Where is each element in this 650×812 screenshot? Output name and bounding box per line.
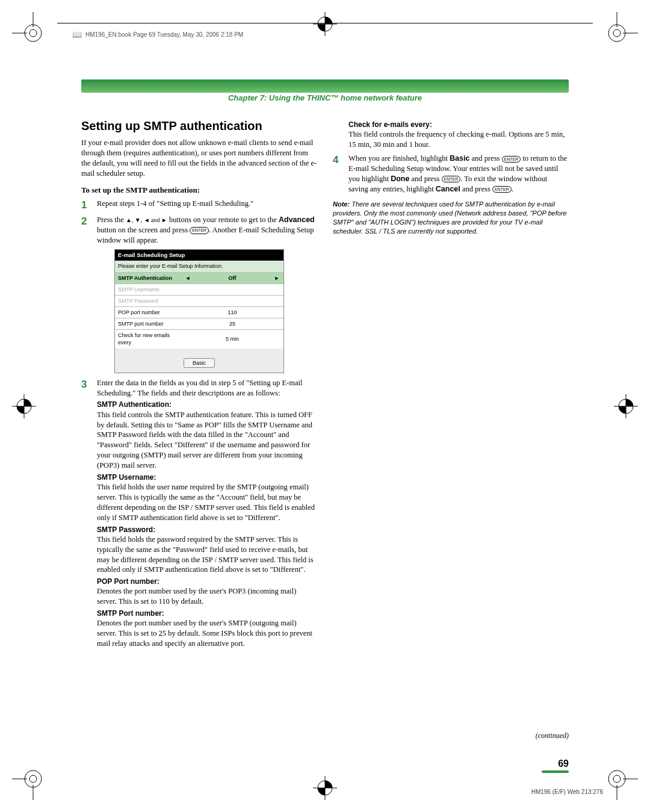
step-body: When you are finished, highlight Basic a… (348, 153, 569, 194)
right-arrow-icon: ► (270, 272, 283, 284)
left-arrow-icon: ◄ (181, 272, 194, 284)
field-description: Denotes the port number used by the user… (97, 586, 317, 607)
step-4: 4 When you are finished, highlight Basic… (333, 153, 569, 194)
field-description: This field holds the user name required … (97, 482, 317, 523)
field-description: This field controls the SMTP authenticat… (97, 410, 317, 471)
basic-label: Basic (450, 154, 469, 163)
registration-mark-icon (614, 394, 638, 418)
field-heading: SMTP Password: (97, 525, 317, 535)
field-heading: SMTP Port number: (97, 609, 317, 618)
enter-button-icon: ENTER (492, 186, 512, 193)
page-bar (542, 770, 569, 773)
doc-code: HM196 (E/F) Web 213:276 (531, 789, 603, 795)
table-row: SMTP Username (115, 284, 283, 295)
step-1: 1 Repeat steps 1-4 of "Setting up E-mail… (81, 199, 317, 212)
field-heading: SMTP Username: (97, 473, 317, 482)
table-row: POP port number110 (115, 306, 283, 318)
svg-point-14 (608, 770, 625, 787)
step-number: 2 (81, 215, 91, 246)
note-label: Note: (333, 200, 350, 208)
svg-point-7 (613, 29, 621, 37)
dialog-button-row: Basic (115, 349, 283, 373)
dialog-table: SMTP Authentication ◄ Off ► SMTP Usernam… (115, 272, 283, 349)
table-row: SMTP Password (115, 295, 283, 306)
chapter-title: Chapter 7: Using the THINC™ home network… (81, 93, 569, 102)
field-value: 110 (181, 306, 283, 318)
step-number: 3 (81, 378, 91, 650)
done-label: Done (391, 175, 409, 183)
continued-label: (continued) (81, 731, 569, 740)
field-value: Off (194, 272, 270, 284)
registration-mark-icon (313, 776, 337, 800)
field-heading: POP Port number: (97, 577, 317, 586)
intro-paragraph: If your e-mail provider does not allow u… (81, 138, 317, 179)
note-body: There are several techniques used for SM… (333, 200, 567, 235)
field-label: SMTP Authentication (115, 272, 181, 284)
field-value: 5 min (181, 330, 283, 349)
page-footer: (continued) 69 (81, 731, 569, 773)
header-meta-text: HM196_EN.book Page 69 Tuesday, May 30, 2… (85, 31, 243, 38)
procedure-heading: To set up the SMTP authentication: (81, 185, 317, 196)
field-label: Check for new emails every (115, 330, 181, 349)
field-label: SMTP Password (115, 295, 181, 306)
crop-mark-icon (12, 12, 54, 54)
basic-button: Basic (184, 358, 215, 368)
field-description: This field controls the frequency of che… (348, 129, 569, 150)
field-description: Denotes the port number used by the user… (97, 618, 317, 649)
field-heading: Check for e-mails every: (348, 120, 569, 129)
note-block: Note: There are several techniques used … (333, 200, 569, 235)
svg-point-3 (29, 29, 37, 37)
cancel-label: Cancel (436, 185, 460, 193)
svg-point-15 (613, 775, 621, 783)
step-body: Repeat steps 1-4 of "Setting up E-mail S… (97, 199, 317, 212)
enter-button-icon: ENTER (190, 227, 209, 234)
step-number: 1 (81, 199, 91, 212)
book-icon: 📖 (72, 30, 82, 39)
left-column: Setting up SMTP authentication If your e… (81, 118, 317, 652)
right-column: Check for e-mails every: This field cont… (333, 118, 569, 652)
step-body: Press the ▲, ▼, ◄ and ► buttons on your … (97, 215, 317, 246)
svg-point-2 (25, 25, 42, 42)
field-label: POP port number (115, 306, 181, 318)
enter-button-icon: ENTER (442, 176, 461, 182)
field-description: This field holds the password required b… (97, 535, 317, 575)
header-meta: 📖 HM196_EN.book Page 69 Tuesday, May 30,… (72, 30, 243, 39)
field-heading: SMTP Authentication: (97, 400, 317, 409)
arrow-keys-icon: ▲, ▼, ◄ and ► (126, 217, 167, 223)
registration-mark-icon (12, 394, 36, 418)
section-heading: Setting up SMTP authentication (81, 118, 317, 134)
chapter-bar (81, 79, 569, 93)
email-scheduling-dialog: E-mail Scheduling Setup Please enter you… (114, 249, 284, 373)
dialog-title: E-mail Scheduling Setup (115, 250, 283, 261)
table-row: SMTP Authentication ◄ Off ► (115, 272, 283, 284)
table-row: SMTP port number25 (115, 318, 283, 330)
crop-mark-icon (596, 12, 638, 54)
field-label: SMTP port number (115, 318, 181, 330)
step-2: 2 Press the ▲, ▼, ◄ and ► buttons on you… (81, 215, 317, 246)
step-body: Enter the data in the fields as you did … (97, 378, 317, 650)
field-label: SMTP Username (115, 284, 181, 295)
table-row: Check for new emails every5 min (115, 330, 283, 349)
svg-point-10 (25, 770, 42, 787)
field-value: 25 (181, 318, 283, 330)
svg-point-11 (29, 775, 37, 783)
dialog-info: Please enter your E-mail Setup Informati… (115, 261, 283, 271)
step-number: 4 (333, 153, 342, 194)
step-3: 3 Enter the data in the fields as you di… (81, 378, 317, 650)
advanced-label: Advanced (279, 215, 315, 224)
crop-mark-icon (12, 758, 54, 800)
registration-mark-icon (313, 12, 337, 36)
page-number: 69 (81, 758, 569, 769)
header-rule (57, 23, 593, 23)
svg-point-6 (608, 25, 625, 42)
enter-button-icon: ENTER (502, 156, 521, 163)
